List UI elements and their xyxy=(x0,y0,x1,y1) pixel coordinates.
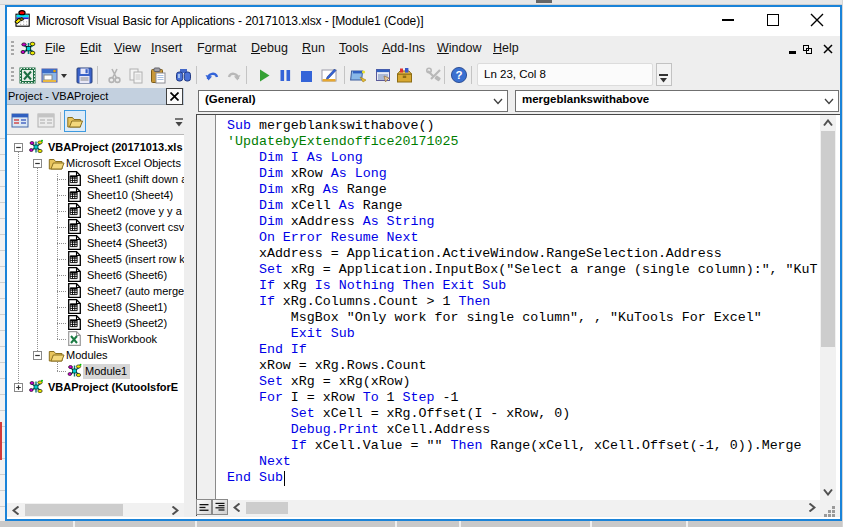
svg-text:?: ? xyxy=(455,69,462,81)
